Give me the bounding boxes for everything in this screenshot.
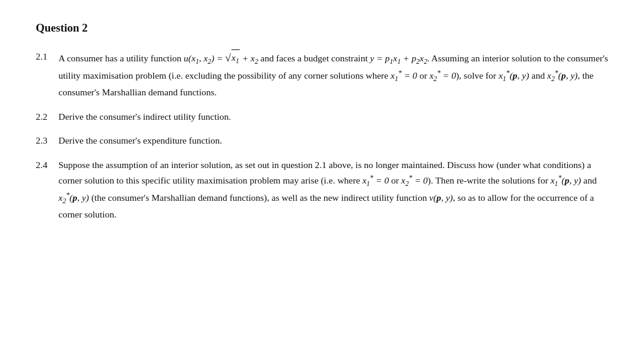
math-2-4-demand-2: x2*(p, y) xyxy=(58,192,89,203)
math-2-4-indirect: v(p, y) xyxy=(429,192,453,203)
math-2-4-demand-1: x1*(p, y) xyxy=(550,175,581,185)
math-demand-1: x1*(p, y) xyxy=(499,70,529,80)
q-content-2-3: Derive the consumer's expenditure functi… xyxy=(58,133,608,148)
q-content-2-2: Derive the consumer's indirect utility f… xyxy=(58,110,608,125)
question-title: Question 2 xyxy=(36,19,608,36)
page-container: Question 2 2.1 A consumer has a utility … xyxy=(0,0,644,251)
math-corner-1: x1* = 0 xyxy=(391,70,417,80)
question-2-3: 2.3 Derive the consumer's expenditure fu… xyxy=(36,133,608,148)
math-2-4-corner-1: x1* = 0 xyxy=(363,175,389,185)
q-content-2-4: Suppose the assumption of an interior so… xyxy=(58,158,608,222)
q-content-2-1: A consumer has a utility function u(x1, … xyxy=(58,49,608,100)
question-2-4: 2.4 Suppose the assumption of an interio… xyxy=(36,158,608,222)
question-2-2: 2.2 Derive the consumer's indirect utili… xyxy=(36,110,608,125)
math-utility: u(x1, x2) = √x1 + x2 xyxy=(184,53,258,63)
q-number-2-2: 2.2 xyxy=(36,110,58,124)
math-corner-2: x2* = 0 xyxy=(429,70,456,80)
q-number-2-3: 2.3 xyxy=(36,133,58,148)
math-budget: y = p1x1 + p2x2 xyxy=(370,53,428,63)
q-number-2-4: 2.4 xyxy=(36,158,58,172)
math-demand-2: x2*(p, y) xyxy=(547,70,578,80)
q-number-2-1: 2.1 xyxy=(36,49,58,64)
math-2-4-corner-2: x2* = 0 xyxy=(401,175,428,185)
question-2-1: 2.1 A consumer has a utility function u(… xyxy=(36,49,608,100)
